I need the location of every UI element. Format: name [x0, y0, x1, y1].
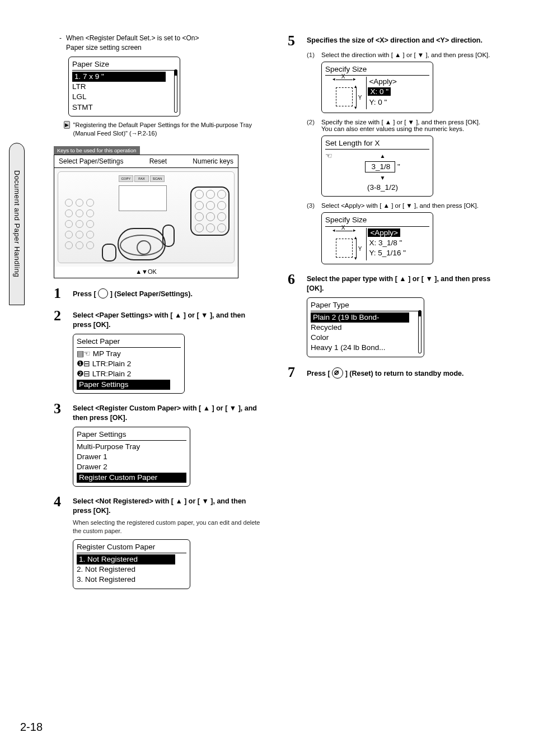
step-2: 2 Select <Paper Settings> with [ ▲ ] or … — [54, 309, 261, 330]
lcd-row: Y: 5_1/16 " — [369, 248, 429, 258]
step-7: 7 Press [ ] (Reset) to return to standby… — [288, 365, 495, 380]
lcd-title: Paper Settings — [77, 430, 186, 441]
crossref-text: "Registering the Default Paper Settings … — [73, 121, 261, 138]
lcd-row: X: 3_1/8 " — [369, 238, 429, 248]
panel-caption: ▲▼OK — [54, 267, 238, 278]
down-arrow-icon — [336, 172, 429, 183]
lcd-row: 2. Not Registered — [77, 564, 186, 575]
lcd-row-highlight: Register Custom Paper — [77, 473, 186, 483]
lcd-row: Drawer 1 — [77, 452, 186, 462]
lcd-row-highlight: 1. Not Registered — [77, 554, 175, 564]
step-number: 5 — [288, 34, 307, 48]
lcd-row: ❶⊟ LTR:Plain 2 — [77, 359, 181, 369]
lcd-row-highlight: Paper Settings — [77, 380, 170, 390]
scrollbar — [174, 69, 177, 113]
lcd-row-highlight: <Apply> — [368, 228, 400, 237]
side-tab: Document and Paper Handling — [9, 143, 25, 305]
step-4: 4 Select <Not Registered> with [ ▲ ] or … — [54, 494, 261, 516]
step-text: Select <Register Custom Paper> with [ ▲ … — [73, 404, 257, 422]
up-arrow-icon — [336, 151, 429, 161]
step-number: 6 — [288, 272, 307, 294]
crossref-icon: ▶ — [64, 121, 70, 129]
crossref: ▶ "Registering the Default Paper Setting… — [64, 121, 261, 138]
sub-num: (1) — [307, 52, 321, 58]
lcd-row: ❷⊟ LTR:Plain 2 — [77, 369, 181, 379]
sub-num: (3) — [307, 202, 321, 209]
sub-num: (2) — [307, 119, 321, 132]
tab-copy: COPY — [119, 175, 133, 182]
substeps: (3)Select <Apply> with [ ▲ ] or [ ▼ ], a… — [307, 202, 495, 209]
step-4-note: When selecting the registered custom pap… — [73, 519, 261, 536]
lcd-row-highlight: X: 0 " — [368, 87, 391, 96]
lcd-row: Recycled — [311, 323, 420, 333]
hand-icon: ☜ — [83, 349, 91, 358]
lcd-title: Register Custom Paper — [77, 542, 186, 553]
lcd-paper-settings: Paper Settings Multi-Purpose Tray Drawer… — [73, 427, 190, 487]
panel-illustration: COPY FAX SCAN — [54, 168, 238, 267]
apply-row: <Apply> — [369, 77, 429, 87]
xy-diagram: X Y — [325, 228, 367, 260]
panel-box: Select Paper/Settings Reset Numeric keys… — [54, 155, 238, 278]
lcd-row: LTR — [72, 82, 176, 92]
dash: - — [59, 34, 66, 53]
hand-icon: ☜ — [325, 152, 332, 160]
step-text: Press [ ] (Select Paper/Settings). — [73, 286, 261, 301]
lcd-specify-size-1: Specify Size X Y <Apply> X: 0 " Y: 0 " — [321, 62, 433, 113]
lcd-title: Paper Type — [311, 300, 420, 311]
lcd-row: Heavy 1 (24 lb Bond... — [311, 343, 420, 353]
step-text: Press [ ] (Reset) to return to standby m… — [307, 365, 495, 380]
lcd-paper-size: Paper Size 1. 7 x 9 " LTR LGL STMT — [68, 57, 180, 116]
lcd-specify-size-2: Specify Size X Y <Apply> X: 3_1/8 " Y: 5… — [321, 212, 433, 264]
lcd-row: STMT — [72, 102, 176, 113]
lcd-title: Select Paper — [77, 337, 181, 348]
left-column: - When <Register Default Set.> is set to… — [54, 34, 261, 592]
range: (3-8_1/2) — [336, 183, 429, 193]
step-number: 2 — [54, 309, 73, 330]
lcd-paper-type: Paper Type Plain 2 (19 lb Bond- Recycled… — [307, 297, 424, 357]
value-box: 3_1/8 — [365, 161, 395, 172]
lcd-row-highlight: 1. 7 x 9 " — [72, 72, 166, 82]
substeps: (1)Select the direction with [ ▲ ] or [ … — [307, 52, 495, 58]
step-text: Select <Paper Settings> with [ ▲ ] or [ … — [73, 311, 245, 329]
select-paper-key-icon — [98, 288, 108, 298]
step-number: 7 — [288, 365, 307, 380]
panel-screen — [119, 185, 167, 211]
lcd-register-custom: Register Custom Paper 1. Not Registered … — [73, 539, 190, 589]
lcd-row: Drawer 2 — [77, 462, 186, 472]
lcd-select-paper: Select Paper ▤☜ MP Tray ❶⊟ LTR:Plain 2 ❷… — [73, 334, 185, 394]
sub-text: Select <Apply> with [ ▲ ] or [ ▼ ], and … — [321, 202, 479, 209]
unit: " — [397, 162, 400, 171]
panel-tabs: COPY FAX SCAN — [119, 175, 165, 182]
step-number: 4 — [54, 494, 73, 516]
tab-scan: SCAN — [150, 175, 165, 182]
cassette-1-icon: ❶ — [77, 359, 83, 369]
lcd-row-highlight: Plain 2 (19 lb Bond- — [311, 312, 409, 323]
highlight-select-paper — [102, 244, 116, 262]
lcd-set-length: Set Length for X ☜ 3_1/8 " (3-8_1/2) — [321, 136, 433, 197]
step-5: 5 Specifies the size of <X> direction an… — [288, 34, 495, 48]
lcd-row: Multi-Purpose Tray — [77, 442, 186, 452]
xy-diagram: X Y — [325, 77, 367, 109]
lcd-row: Color — [311, 333, 420, 343]
step-text: Select the paper type with [ ▲ ] or [ ▼ … — [307, 275, 490, 293]
content: - When <Register Default Set.> is set to… — [54, 34, 496, 592]
tab-fax: FAX — [134, 175, 149, 182]
page-number: 2-18 — [20, 721, 43, 734]
substeps: (2) Specify the size with [ ▲ ] or [ ▼ ]… — [307, 119, 495, 132]
keys-band-label: Keys to be used for this operation — [54, 146, 140, 155]
bullet-line1: When <Register Default Set.> is set to <… — [66, 34, 199, 42]
panel-label-b: Reset — [149, 157, 167, 165]
step-text: Select <Not Registered> with [ ▲ ] or [ … — [73, 497, 246, 515]
highlight-ok-keys — [118, 228, 166, 260]
reset-key-icon — [332, 367, 343, 379]
lcd-title: Set Length for X — [325, 138, 429, 150]
sub-text: Specify the size with [ ▲ ] or [ ▼ ], an… — [321, 119, 480, 125]
panel-label-c: Numeric keys — [193, 157, 233, 165]
lcd-row: LGL — [72, 92, 176, 102]
step-6: 6 Select the paper type with [ ▲ ] or [ … — [288, 272, 495, 294]
sub-text-2: You can also enter values using the nume… — [321, 125, 464, 132]
panel-label-a: Select Paper/Settings — [59, 157, 123, 165]
sub-text: Select the direction with [ ▲ ] or [ ▼ ]… — [321, 52, 490, 58]
step-number: 3 — [54, 402, 73, 423]
bullet-note: - When <Register Default Set.> is set to… — [59, 34, 261, 53]
